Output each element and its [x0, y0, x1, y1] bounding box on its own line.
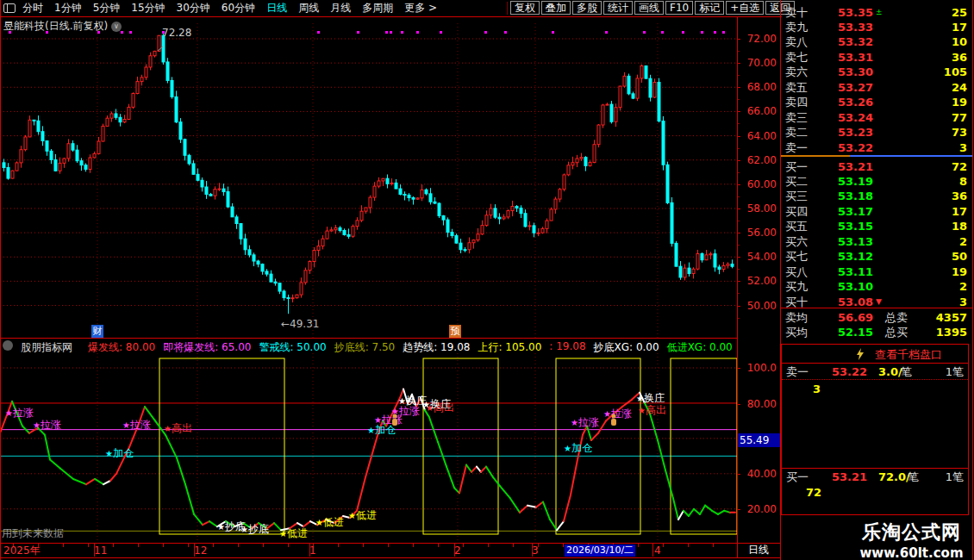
indicator-axis-label: 20.00	[739, 503, 777, 515]
level-qty: 19	[952, 95, 967, 109]
tool-button-1[interactable]: 叠加	[541, 1, 571, 15]
buy-level-row-1[interactable]: 买一53.2172	[780, 159, 972, 174]
level-qty: 73	[952, 125, 967, 140]
multi-period-signal-dot	[484, 31, 487, 34]
date-label-2: 12	[194, 544, 207, 557]
level-price: 53.19	[804, 174, 873, 189]
level-price: 53.33	[804, 20, 873, 34]
sell-level-row-8[interactable]: 卖八53.3210	[780, 34, 972, 49]
buy-level-row-9[interactable]: 买九53.102	[780, 279, 972, 294]
level-price: 53.30	[804, 65, 873, 79]
menu-item-7[interactable]: 周线	[298, 1, 319, 16]
sell-level-row-4[interactable]: 卖四53.2619	[780, 95, 972, 109]
buy-level-row-3[interactable]: 买三53.1836	[780, 189, 972, 203]
menu-item-1[interactable]: 1分钟	[54, 1, 82, 16]
multi-period-signal-dot	[504, 31, 507, 34]
buy-level-row-10[interactable]: 买十53.08▼3	[780, 295, 972, 309]
buy-level-row-8[interactable]: 买八53.1119	[780, 264, 972, 279]
price-axis-label: 60.00	[739, 178, 777, 190]
signal-label-高出: ★高出	[638, 404, 666, 417]
buy-level-row-6[interactable]: 买六53.132	[780, 234, 972, 249]
date-label-7: 4	[654, 544, 661, 557]
up-arrow-icon: ±	[876, 5, 883, 20]
menu-item-3[interactable]: 15分钟	[131, 1, 165, 16]
menu-item-9[interactable]: 多周期	[362, 1, 393, 16]
depth-buy-side: 买一	[786, 470, 809, 483]
level-price: 53.31	[804, 50, 873, 65]
menu-item-4[interactable]: 30分钟	[177, 1, 210, 16]
date-tick	[688, 544, 689, 547]
depth-title[interactable]: 查看千档盘口	[875, 347, 942, 363]
buy-level-row-4[interactable]: 买四53.1717	[780, 204, 972, 219]
depth-sell-unit: 笔	[901, 365, 912, 378]
period-box[interactable]: 日线	[738, 544, 779, 557]
tool-button-2[interactable]: 多股	[572, 1, 602, 15]
menu-separator	[507, 2, 508, 15]
level-price: 53.13	[804, 234, 873, 249]
indicator-cursor-value: 55.49	[740, 434, 769, 446]
date-tick	[63, 544, 64, 547]
peak-price-label: 72.28	[162, 27, 191, 39]
buy-level-row-5[interactable]: 买五53.1518	[780, 219, 972, 233]
level-qty: 17	[952, 204, 967, 219]
signal-label-加仓: ★加仓	[105, 447, 134, 460]
level-qty: 17	[952, 20, 967, 34]
price-axis-label: 62.00	[739, 154, 777, 166]
date-tick	[463, 544, 464, 547]
date-tick	[363, 544, 364, 547]
buy-level-row-7[interactable]: 买七53.1250	[780, 249, 972, 264]
tool-button-3[interactable]: 统计	[603, 1, 633, 15]
multi-period-signal-dot	[121, 31, 123, 34]
level-price: 53.21	[804, 159, 873, 174]
orderbook-right-border	[972, 0, 973, 560]
menu-item-2[interactable]: 5分钟	[93, 1, 121, 16]
indicator-axis-label: 100.0	[739, 362, 777, 374]
event-tag-预[interactable]: 预	[449, 325, 461, 338]
sell-level-row-5[interactable]: 卖五53.2724	[780, 80, 972, 95]
sell-level-row-2[interactable]: 卖二53.2373	[780, 125, 972, 140]
menu-item-0[interactable]: 分时	[22, 1, 43, 16]
tool-button-4[interactable]: 画线	[634, 1, 664, 15]
signal-label-换庄: ★换庄	[422, 398, 451, 411]
level-qty: 8	[959, 174, 967, 189]
indicator-axis-label: 40.00	[739, 468, 777, 480]
level-qty: 3	[959, 140, 967, 155]
indicator-param-4: 趋势线: 19.08	[403, 340, 470, 352]
level-qty: 3	[959, 295, 967, 309]
tool-button-5[interactable]: F10	[665, 1, 693, 15]
star-icon: ★	[571, 418, 578, 427]
tool-button-0[interactable]: 复权	[510, 1, 540, 15]
watermark-line2: www.60lt.com	[853, 545, 970, 560]
indicator-source[interactable]: 股朋指标网	[21, 340, 72, 352]
buy-level-row-2[interactable]: 买二53.198	[780, 174, 972, 189]
signal-label-低进: ★低进	[315, 516, 344, 529]
menu-item-10[interactable]: 更多 >	[404, 1, 437, 16]
depth-sell-row: 卖一 53.22 3.0/ 笔 1笔	[782, 365, 968, 378]
menu-item-8[interactable]: 月线	[330, 1, 351, 16]
multi-period-signal-dot	[46, 31, 48, 34]
level-qty: 36	[952, 50, 967, 65]
sell-level-row-9[interactable]: 卖九53.3317	[780, 20, 972, 34]
sell-level-row-6[interactable]: 卖六53.30105	[780, 65, 972, 79]
sell-level-row-10[interactable]: 卖十53.35±25	[780, 5, 972, 20]
menu-item-5[interactable]: 60分钟	[222, 1, 255, 16]
chevron-down-icon[interactable]	[3, 340, 13, 351]
window-split-icon[interactable]	[3, 3, 16, 13]
event-tag-财[interactable]: 财	[91, 325, 103, 338]
sell-level-row-7[interactable]: 卖七53.3136	[780, 50, 972, 65]
date-tick	[563, 544, 564, 547]
date-label-4: 2	[454, 544, 461, 557]
chart-title-text: 昱能科技(日线.前复权)	[3, 20, 108, 32]
level-price: 53.26	[804, 95, 873, 109]
tool-button-7[interactable]: +自选	[726, 1, 764, 15]
multi-period-signal-dot	[9, 31, 11, 34]
tool-menu: 复权叠加多股统计画线F10标记+自选返回	[510, 1, 778, 15]
tool-button-6[interactable]: 标记	[695, 1, 724, 15]
sell-level-row-1[interactable]: 卖一53.223	[780, 140, 972, 155]
depth-sell-price: 53.22	[832, 365, 867, 378]
menu-item-6[interactable]: 日线	[266, 1, 287, 16]
chevron-down-icon[interactable]: ∨	[111, 22, 122, 32]
sell-level-row-3[interactable]: 卖三53.2477	[780, 110, 972, 125]
depth-header[interactable]: 查看千档盘口	[782, 347, 968, 361]
depth-panel: 查看千档盘口 卖一 53.22 3.0/ 笔 1笔 3 买一 53.21 72.…	[781, 344, 969, 515]
